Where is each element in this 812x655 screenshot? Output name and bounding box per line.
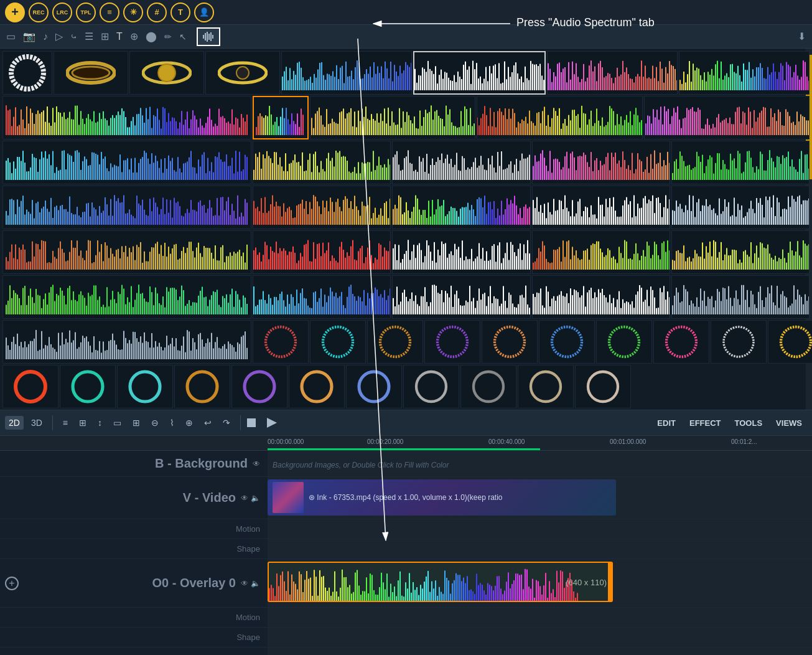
preset-cell-waveform[interactable] (281, 51, 412, 95)
preset-cell-ring[interactable] (424, 320, 480, 364)
preset-cell-waveform-selected[interactable] (413, 51, 545, 95)
eye-icon[interactable]: 👁 (241, 579, 248, 588)
preset-cell-ring[interactable] (768, 320, 812, 364)
preset-cell-waveform[interactable] (671, 141, 810, 184)
overlay-track-content[interactable]: (640 x 110) (268, 559, 812, 607)
waveform-btn[interactable]: ⌇ (166, 416, 178, 430)
preset-cell[interactable] (54, 51, 128, 95)
preset-cell-ring[interactable] (60, 365, 116, 408)
eye-icon[interactable]: 👁 (253, 459, 260, 468)
preset-cell-waveform[interactable] (392, 275, 530, 319)
circle-icon[interactable]: ⬤ (146, 31, 157, 42)
preset-cell-ring[interactable] (289, 365, 345, 408)
preset-cell-waveform[interactable] (2, 275, 251, 319)
background-track-content[interactable]: Background Images, or Double Click to Fi… (268, 451, 812, 476)
list-button[interactable]: ≡ (100, 2, 119, 22)
preset-cell[interactable] (129, 51, 204, 95)
audio-spectrum-tab-button[interactable] (197, 27, 220, 46)
add-button[interactable]: + (5, 2, 25, 22)
preset-cell-waveform[interactable] (547, 51, 678, 95)
preset-cell-ring[interactable] (653, 320, 709, 364)
preset-cell-ring[interactable] (575, 365, 631, 408)
preset-cell-waveform[interactable] (679, 51, 810, 95)
preset-cell-ring[interactable] (596, 320, 652, 364)
t-button[interactable]: T (170, 2, 190, 22)
preset-cell-waveform[interactable] (2, 230, 251, 274)
user-button[interactable]: 👤 (194, 2, 214, 22)
preset-cell-ring[interactable] (539, 320, 595, 364)
preset-cell-waveform[interactable] (644, 96, 810, 139)
preset-cell-waveform[interactable] (2, 96, 251, 139)
play-small-icon[interactable]: ▷ (55, 31, 63, 42)
rec-button[interactable]: REC (29, 2, 49, 22)
preset-cell-waveform[interactable] (671, 186, 810, 229)
preset-cell-waveform[interactable] (392, 230, 530, 274)
window-icon[interactable]: ▭ (6, 31, 16, 42)
eye-icon[interactable]: 👁 (241, 494, 248, 502)
preset-cell-waveform[interactable] (253, 141, 391, 184)
grid-view-btn[interactable]: ⊞ (75, 416, 90, 430)
crop-btn[interactable]: ⊞ (129, 416, 144, 430)
preset-cell-ring[interactable] (346, 365, 402, 408)
effect-menu[interactable]: EFFECT (684, 417, 726, 429)
preset-cell-waveform[interactable] (671, 230, 810, 274)
camera-icon[interactable]: 📷 (23, 31, 35, 42)
stop-button[interactable] (247, 418, 256, 427)
preset-cell-ring[interactable] (482, 320, 538, 364)
cursor-icon[interactable]: ↖ (179, 32, 187, 42)
preset-cell[interactable] (2, 51, 52, 95)
grid-icon[interactable]: ⊞ (101, 31, 109, 42)
edit-menu[interactable]: EDIT (652, 417, 681, 429)
preset-cell-ring[interactable] (231, 365, 287, 408)
ast-button[interactable]: ✳ (123, 2, 143, 22)
preset-cell-waveform[interactable] (392, 141, 530, 184)
audio-icon[interactable]: 🔈 (251, 494, 260, 502)
preset-cell-ring[interactable] (310, 320, 366, 364)
zoom-out-btn[interactable]: ⊖ (147, 416, 162, 430)
preset-cell-waveform[interactable] (392, 186, 530, 229)
preset-cell-waveform[interactable] (2, 186, 251, 229)
lrc-button[interactable]: LRC (52, 2, 72, 22)
views-menu[interactable]: VIEWS (771, 417, 807, 429)
video-track-content[interactable]: ⊛ Ink - 67353.mp4 (speed x 1.00, volume … (268, 477, 812, 519)
add-overlay-button[interactable]: + (5, 577, 19, 590)
video-clip[interactable]: ⊛ Ink - 67353.mp4 (speed x 1.00, volume … (268, 479, 616, 516)
play-button[interactable] (267, 418, 277, 428)
preset-cell-ring[interactable] (174, 365, 230, 408)
tools-menu[interactable]: TOOLS (730, 417, 768, 429)
zoom-in-btn[interactable]: ⊕ (182, 416, 197, 430)
overlay-clip[interactable]: (640 x 110) (268, 562, 613, 602)
preset-cell-ring[interactable] (253, 320, 309, 364)
redo-btn[interactable]: ↷ (219, 416, 234, 430)
2d-tab[interactable]: 2D (5, 416, 24, 430)
preset-cell-waveform[interactable] (253, 275, 391, 319)
plus-circle-icon[interactable]: ⊕ (130, 31, 138, 42)
preset-cell-ring[interactable] (518, 365, 574, 408)
preset-cell-waveform[interactable] (253, 230, 391, 274)
download-icon[interactable]: ⬇ (798, 31, 806, 42)
preset-cell-ring[interactable] (711, 320, 767, 364)
preset-cell-waveform-orange[interactable] (253, 96, 309, 139)
list-icon[interactable]: ☰ (85, 31, 93, 42)
preset-cell-ring[interactable] (460, 365, 516, 408)
preset-cell-waveform[interactable] (253, 186, 391, 229)
preset-cell-ring[interactable] (367, 320, 423, 364)
caption-icon[interactable]: ⤿ (70, 32, 77, 41)
3d-tab[interactable]: 3D (27, 416, 46, 430)
preset-cell-waveform[interactable] (2, 141, 251, 184)
preset-cell-waveform[interactable] (2, 320, 251, 364)
preset-cell-waveform[interactable] (532, 230, 670, 274)
height-btn[interactable]: ↕ (94, 416, 106, 430)
music-icon[interactable]: ♪ (43, 31, 48, 42)
preset-cell-waveform[interactable] (310, 96, 475, 139)
hash-button[interactable]: # (147, 2, 167, 22)
preset-cell-waveform[interactable] (477, 96, 642, 139)
preset-cell-ring[interactable] (2, 365, 58, 408)
eraser-icon[interactable]: ✏ (164, 32, 172, 42)
tpl-button[interactable]: TPL (76, 2, 96, 22)
audio-icon[interactable]: 🔈 (251, 579, 260, 588)
undo-btn[interactable]: ↩ (200, 416, 215, 430)
preset-cell-waveform[interactable] (532, 141, 670, 184)
list-view-btn[interactable]: ≡ (59, 416, 72, 430)
preset-cell[interactable] (205, 51, 280, 95)
